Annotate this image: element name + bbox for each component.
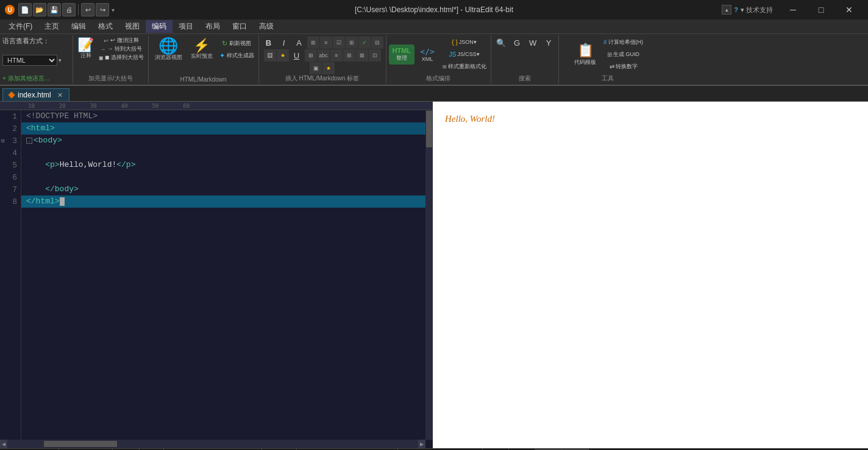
line-num-4: 4 — [0, 147, 21, 159]
insert-section-label: 插入 HTML/Markdown 标签 — [285, 74, 360, 83]
help-icon[interactable]: ? — [734, 6, 738, 13]
editor-tab[interactable]: index.html ✕ — [2, 88, 69, 101]
h-scroll-left[interactable]: ◀ — [0, 440, 7, 448]
code-area[interactable]: <!DOCTYPE HTML> <html> - <body> <p> Hell… — [21, 110, 433, 448]
insert-btn11[interactable]: ≡ — [330, 49, 343, 62]
menu-edit[interactable]: 编辑 — [65, 20, 92, 33]
insert-btn13[interactable]: ⊠ — [356, 49, 368, 62]
insert-btn4[interactable]: ⊞ — [346, 37, 358, 49]
guid-btn[interactable]: ⊞ 生成 GUID — [602, 49, 645, 60]
js-css-btn[interactable]: JS JS/CSS▾ — [440, 49, 488, 60]
reformat-icon: ≋ — [442, 63, 447, 70]
browser-view-label: 浏览器视图 — [155, 54, 182, 62]
save-file-btn[interactable]: 💾 — [48, 3, 61, 16]
p-close-tag: </p> — [116, 159, 135, 171]
code-indent-7 — [26, 183, 45, 195]
redo-btn[interactable]: ↪ — [96, 3, 109, 16]
h-scrollbar-thumb[interactable] — [44, 441, 117, 447]
print-btn[interactable]: 🖨 — [62, 3, 76, 16]
insert-btn8[interactable]: ★ — [277, 49, 289, 62]
browser-view-btn[interactable]: 🌐 浏览器视图 — [151, 37, 186, 63]
add-lang-btn[interactable]: + 添加其他语言... — [2, 74, 49, 83]
lang-select[interactable]: HTML — [2, 55, 57, 66]
menu-encoding[interactable]: 编码 — [146, 20, 173, 33]
tab-close-btn[interactable]: ✕ — [57, 91, 63, 99]
xml-icon: </> — [420, 47, 434, 56]
editor-content[interactable]: 1 2 3 4 5 6 7 8 <!DOCTYPE HTML> <html> -… — [0, 110, 433, 448]
xml-label: XML — [422, 56, 433, 62]
refresh-btn[interactable]: ↻ 刷新视图 — [218, 38, 256, 49]
menu-home[interactable]: 主页 — [38, 20, 65, 33]
menu-file[interactable]: 文件(F) — [2, 20, 38, 33]
insert-btn15[interactable]: ▣ — [310, 62, 322, 74]
insert-btn6[interactable]: ⊟ — [371, 37, 383, 49]
toolbar-search-section: 🔍 G W Y 搜索 — [491, 35, 559, 83]
toolbar-inner: 语言查看方式： HTML ▾ + 添加其他语言... 📝 注释 ↩ ↩ 撤消 — [0, 35, 868, 83]
fold-icon-3[interactable]: - — [26, 138, 32, 144]
ruler-marks: 10 20 30 40 50 60 — [22, 103, 190, 109]
realtime-preview-btn[interactable]: ⚡ 实时预览 — [187, 38, 216, 62]
insert-btn16[interactable]: ★ — [322, 62, 335, 74]
menu-project[interactable]: 项目 — [173, 20, 199, 33]
font-btn[interactable]: A — [292, 37, 307, 48]
select-big-btn[interactable]: ◼ ◼ 选择到大括号 — [97, 54, 146, 62]
search-btn3[interactable]: W — [525, 37, 540, 49]
annotate-btn[interactable]: 📝 注释 — [76, 37, 96, 62]
close-btn[interactable]: ✕ — [835, 0, 863, 19]
toolbar-insert-section: B I A ⊞ ≡ ☑ ⊞ ✓ ⊟ 🖼 ★ U ⊞ abc ≡ ⊞ ⊠ ⊡ ▣ — [259, 35, 386, 83]
tech-support[interactable]: ▾ 技术支持 — [741, 5, 773, 15]
undo-btn[interactable]: ↩ — [81, 3, 94, 16]
h-scroll-right[interactable]: ▶ — [418, 440, 425, 448]
json-label: JSON▾ — [459, 39, 477, 45]
code-template-btn[interactable]: 📋 代码模板 — [571, 41, 600, 68]
goto-big-btn[interactable]: → → 转到大括号 — [97, 45, 146, 53]
json-btn[interactable]: { } JSON▾ — [440, 37, 488, 47]
insert-btn3[interactable]: ☑ — [333, 37, 345, 49]
menu-layout[interactable]: 布局 — [199, 20, 226, 33]
comment-section-label: 加亮显示/大括号 — [88, 74, 133, 83]
bold-btn[interactable]: B — [261, 37, 276, 48]
v-scrollbar-thumb[interactable] — [426, 111, 432, 147]
tab-name: index.html — [18, 91, 51, 99]
guid-label: 生成 GUID — [613, 51, 639, 58]
search-btn[interactable]: 🔍 — [494, 37, 508, 49]
insert-btn2[interactable]: ≡ — [320, 37, 332, 49]
browser-view-icon: 🌐 — [158, 38, 178, 54]
insert-btn14[interactable]: ⊡ — [369, 49, 381, 62]
menu-format[interactable]: 格式 — [92, 20, 119, 33]
menu-window[interactable]: 窗口 — [226, 20, 253, 33]
maximize-btn[interactable]: □ — [807, 0, 835, 19]
new-file-btn[interactable]: 📄 — [18, 3, 32, 16]
xml-btn[interactable]: </> XML — [416, 46, 438, 63]
format-sub-btns: { } JSON▾ JS JS/CSS▾ ≋ 样式重新格式化 — [440, 37, 488, 72]
undo-comment-btn[interactable]: ↩ ↩ 撤消注释 — [97, 37, 146, 44]
search-btn4[interactable]: Y — [541, 37, 556, 49]
minimize-btn[interactable]: ─ — [779, 0, 807, 19]
html-tidy-btn[interactable]: HTML 整理 — [389, 44, 415, 65]
insert-btn9[interactable]: ⊞ — [305, 49, 317, 62]
insert-btn10[interactable]: abc — [318, 49, 330, 62]
code-line-1: <!DOCTYPE HTML> — [21, 110, 433, 122]
editor-scrollbar-v[interactable] — [425, 110, 433, 440]
style-gen-btn[interactable]: ✦ 样式生成器 — [218, 51, 256, 62]
menu-advanced[interactable]: 高级 — [253, 20, 280, 33]
hash-btn[interactable]: # 计算哈希值(H) — [602, 37, 645, 47]
menu-view[interactable]: 视图 — [119, 20, 146, 33]
insert-btn12[interactable]: ⊞ — [343, 49, 355, 62]
comment-buttons-top: 📝 注释 ↩ ↩ 撤消注释 → → 转到大括号 ◼ ◼ 选择到大括号 — [76, 37, 146, 62]
browser-buttons: 🌐 浏览器视图 ⚡ 实时预览 ↻ 刷新视图 ✦ 样式生成器 — [151, 37, 256, 63]
editor-scrollbar-h[interactable]: ◀ ▶ — [0, 440, 425, 448]
underline-btn[interactable]: U — [290, 50, 304, 61]
insert-btn5[interactable]: ✓ — [358, 37, 371, 49]
insert-btn1[interactable]: ⊞ — [307, 37, 319, 49]
goto-big-label: → 转到大括号 — [108, 45, 143, 53]
open-file-btn[interactable]: 📂 — [33, 3, 46, 16]
collapse-btn[interactable]: ▲ — [722, 5, 731, 15]
hash-label: 计算哈希值(H) — [608, 38, 644, 46]
reformat-btn[interactable]: ≋ 样式重新格式化 — [440, 61, 488, 72]
code-line-2: <html> — [21, 122, 433, 135]
insert-btn7[interactable]: 🖼 — [264, 49, 276, 62]
search-btn2[interactable]: G — [510, 37, 524, 49]
convert-btn[interactable]: ⇄ 转换数字 — [602, 61, 645, 72]
italic-btn[interactable]: I — [277, 37, 291, 48]
